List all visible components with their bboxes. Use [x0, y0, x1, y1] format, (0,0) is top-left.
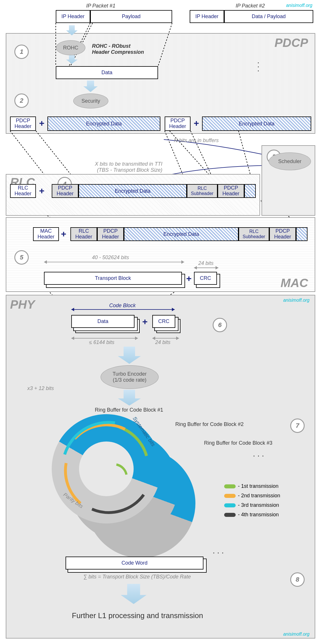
rb-dots: · · · [253, 451, 264, 460]
watermark-top: anisimoff.org [286, 3, 312, 8]
step-7: 7 [290, 418, 305, 433]
step-5: 5 [14, 250, 29, 265]
x-bits-label: X bits to be transmitted in TTI (TBS - T… [95, 161, 162, 173]
cb-data-dim [71, 338, 138, 339]
mac-rlc-header: RLC Header [70, 227, 97, 241]
protocol-stack-diagram: anisimoff.org IP Packet #1 IP Packet #2 … [3, 3, 318, 641]
rlc-encrypted: Encrypted Data [78, 184, 187, 198]
plus-1: + [39, 118, 45, 129]
sum-bits-label: ∑ bits = Transport Block Size (TBS)/Code… [83, 574, 191, 580]
dots-pdcp: ··· [257, 60, 260, 72]
payload-2: Data / Payload [224, 10, 313, 23]
crc-dim [194, 267, 218, 268]
mac-encrypted: Encrypted Data [124, 227, 239, 241]
rlc-encrypted-partial [244, 184, 256, 198]
rohc-text: ROHC - RObust Header Compression [92, 43, 144, 55]
cb-crc-dim [152, 338, 179, 339]
codeblock-dim [71, 309, 175, 310]
ip-header-2: IP Header [190, 10, 224, 23]
watermark-bottom: anisimoff.org [283, 632, 310, 637]
n-bits-label: N bits are in buffers [174, 137, 219, 144]
legend-t1: 1st transmission [241, 483, 278, 489]
step-6: 6 [213, 318, 227, 332]
tb-bits: 40 - 502624 bits [92, 255, 129, 261]
code-word: Code Word [66, 557, 203, 570]
crc-bits: 24 bits [198, 260, 214, 266]
ip-packet-2-label: IP Packet #2 [236, 3, 265, 9]
step-1: 1 [14, 45, 29, 59]
further-label: Further L1 processing and transmission [72, 611, 203, 620]
transport-block: Transport Block [44, 272, 182, 285]
watermark-phy: anisimoff.org [283, 298, 310, 303]
legend-t4: 4th transmission [241, 512, 279, 517]
mac-header: MAC Header [33, 227, 59, 241]
x3-label: x3 + 12 bits [27, 385, 54, 391]
plus-mac: + [61, 229, 66, 239]
tb-dim [44, 262, 184, 262]
ring-arcs [52, 414, 195, 558]
legend: - 1st transmission - 2nd transmission - … [224, 483, 280, 518]
legend-arc-2 [224, 494, 236, 498]
data-bits-label: ≤ 6144 bits [89, 339, 114, 345]
encrypted-2: Encrypted Data [202, 116, 311, 131]
phy-label: PHY [10, 298, 35, 312]
pdcp-header-1: PDCP Header [10, 116, 36, 131]
encrypted-1: Encrypted Data [47, 116, 160, 131]
ip-header-1: IP Header [56, 10, 90, 23]
legend-arc-1 [224, 484, 236, 488]
security-ellipse: Security [73, 93, 108, 108]
step-8: 8 [290, 572, 305, 587]
codeblock-label: Code Block [109, 303, 136, 309]
ip-packet-1-label: IP Packet #1 [86, 3, 115, 9]
cw-dots: · · · [213, 548, 224, 557]
cb-data: Data [71, 315, 134, 328]
phy-crc-bits: 24 bits [155, 339, 170, 345]
plus-rlc: + [39, 186, 45, 196]
pdcp-label: PDCP [274, 36, 308, 50]
plus-tb: + [186, 273, 192, 284]
step-2: 2 [14, 93, 29, 108]
data-box: Data [56, 66, 158, 79]
mac-pdcp-header-2: PDCP Header [269, 227, 296, 241]
rlc-header: RLC Header [10, 184, 36, 198]
legend-t2: 2nd transmission [241, 493, 280, 498]
ring-buffers [52, 414, 195, 558]
rb3-label: Ring Buffer for Code Block #3 [204, 440, 272, 446]
plus-cb: + [142, 316, 148, 327]
pdcp-header-2: PDCP Header [165, 116, 191, 131]
rlc-pdcp-header-2: PDCP Header [218, 184, 244, 198]
legend-t3: 3rd transmission [241, 502, 279, 508]
mac-label: MAC [280, 276, 308, 290]
rlc-subheader-1: RLC Subheader [187, 184, 218, 198]
rb1-label: Ring Buffer for Code Block #1 [95, 407, 163, 413]
scheduler-ellipse: Scheduler [269, 152, 311, 170]
crc-mac: CRC [194, 272, 217, 285]
cb-crc: CRC [152, 315, 175, 328]
rlc-pdcp-header-1: PDCP Header [52, 184, 78, 198]
mac-encrypted-partial [296, 227, 307, 241]
rohc-ellipse: ROHC [56, 40, 85, 55]
turbo-encoder: Turbo Encoder (1/3 code rate) [101, 365, 159, 389]
legend-arc-4 [224, 513, 236, 517]
plus-2: + [194, 118, 199, 129]
payload-1: Payload [90, 10, 172, 23]
legend-arc-3 [224, 503, 236, 507]
mac-pdcp-header-1: PDCP Header [97, 227, 124, 241]
mac-rlc-subheader: RLC Subheader [239, 227, 269, 241]
